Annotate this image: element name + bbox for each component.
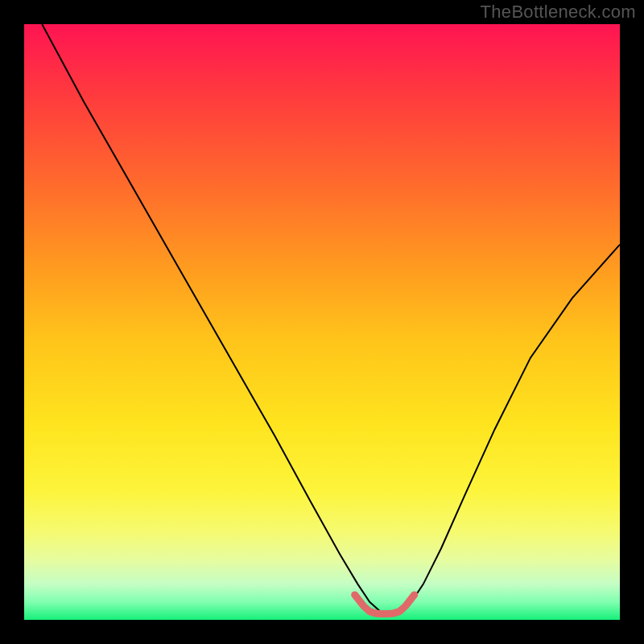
watermark-text: TheBottleneck.com: [481, 2, 636, 23]
chart-frame: TheBottleneck.com: [0, 0, 644, 644]
gradient-background: [24, 24, 620, 620]
plot-svg: [24, 24, 620, 620]
plot-area: [24, 24, 620, 620]
